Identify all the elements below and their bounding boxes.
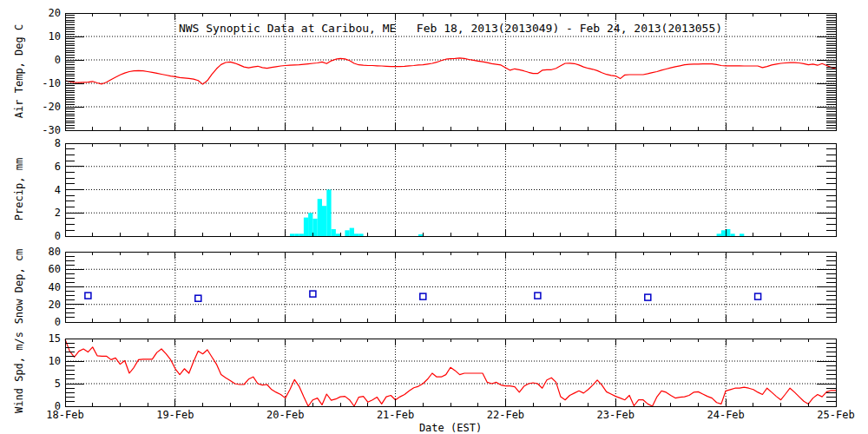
svg-text:8: 8 [55,137,61,149]
svg-text:25-Feb: 25-Feb [817,409,854,421]
svg-text:80: 80 [49,246,61,258]
svg-text:40: 40 [49,281,61,293]
y-tick-labels: 02468 [55,137,61,242]
y-axis-label-air-temp: Air Temp, Deg C [13,24,25,118]
svg-text:0: 0 [55,316,61,328]
svg-text:21-Feb: 21-Feb [377,409,414,421]
snow-depth-points [85,291,761,301]
svg-text:0: 0 [55,230,61,242]
svg-text:-20: -20 [42,101,61,113]
svg-text:18-Feb: 18-Feb [46,409,83,421]
y-tick-labels: -30-20-1001020 [42,7,61,136]
svg-text:19-Feb: 19-Feb [156,409,194,421]
y-tick-labels: 020406080 [49,246,61,328]
chart-title: NWS Synoptic Data at Caribou, ME Feb 18,… [65,22,836,35]
x-tick-labels: 18-Feb19-Feb20-Feb21-Feb22-Feb23-Feb24-F… [46,409,854,421]
svg-text:23-Feb: 23-Feb [597,409,635,421]
y-axis-label-snow-depth: Snow Dep, cm [13,249,25,325]
panel-snow-depth: 020406080 [49,246,836,328]
y-ticks [65,339,836,406]
svg-text:10: 10 [49,30,61,43]
svg-text:20: 20 [49,299,61,311]
svg-text:15: 15 [49,332,61,345]
panel-precipitation: 02468 [55,137,836,242]
svg-text:4: 4 [55,184,61,196]
plot-canvas: -30-20-10010200246802040608005101518-Feb… [0,0,868,434]
air-temperature-series-line [65,58,836,84]
svg-text:6: 6 [55,161,61,173]
svg-text:24-Feb: 24-Feb [707,409,744,421]
x-axis-label: Date (EST) [65,422,836,434]
svg-text:-30: -30 [42,124,61,136]
svg-text:2: 2 [55,207,61,219]
svg-text:60: 60 [49,263,61,275]
svg-text:5: 5 [55,378,61,390]
svg-text:20: 20 [49,7,61,19]
panel-wind-speed: 051015 [49,332,836,412]
y-axis-label-wind-speed: Wind Spd, m/s [13,332,25,413]
wind-speed-series-line [65,339,836,406]
svg-text:22-Feb: 22-Feb [487,409,524,421]
svg-text:-10: -10 [42,77,61,89]
svg-text:0: 0 [55,54,61,66]
svg-text:20-Feb: 20-Feb [266,409,304,421]
y-axis-label-precip: Precip, mm [13,158,25,220]
svg-text:10: 10 [49,355,61,367]
precip-bars [290,190,744,237]
y-tick-labels: 051015 [49,332,61,412]
plot-window: -30-20-10010200246802040608005101518-Feb… [0,0,868,434]
